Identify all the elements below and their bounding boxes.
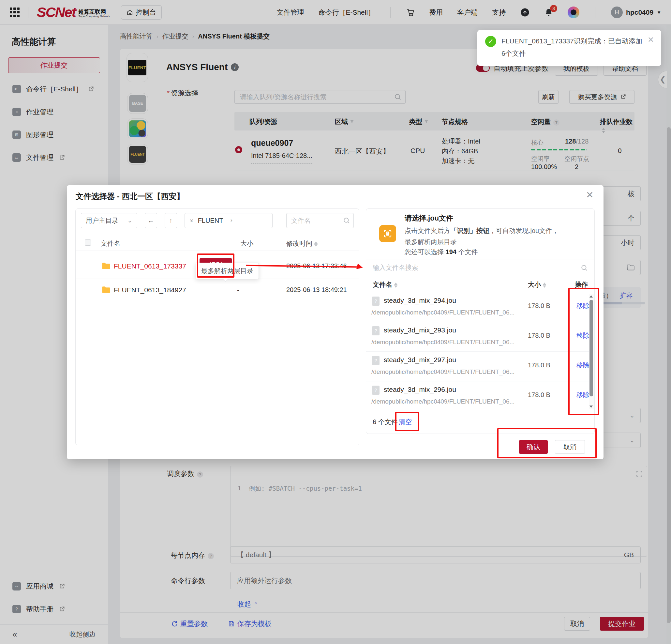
- path-collapse-icon[interactable]: »: [188, 219, 195, 222]
- selected-files-header: 文件名 大小 操作: [366, 276, 594, 292]
- folder-name[interactable]: FLUENT_0613_173337: [114, 262, 186, 270]
- success-check-icon: ✓: [485, 36, 496, 47]
- remove-file-link[interactable]: 移除: [577, 331, 590, 340]
- dialog-close-icon[interactable]: ✕: [586, 190, 593, 200]
- col-size: 大小: [240, 239, 253, 248]
- selected-files-list: ? steady_3d_mix_294.jou /demopublic/home…: [366, 292, 594, 407]
- jou-remaining-line: 您还可以选择 194 个文件: [405, 248, 478, 257]
- success-toast: ✓ FLUENT_0613_173337识别完成：已自动添加 6个文件 ✕: [477, 30, 661, 66]
- browser-toolbar: 用户主目录 ⌄ ← ↑ » FLUENT ⌄: [76, 213, 359, 228]
- file-path: /demopublic/home/hpc0409/FLUENT/FLUENT_0…: [371, 339, 515, 346]
- selected-files-panel: 请选择.jou文件 点击文件夹后方「识别」按钮，可自动发现.jou文件， 最多解…: [366, 209, 595, 434]
- file-path: /demopublic/home/hpc0409/FLUENT/FLUENT_0…: [371, 398, 515, 405]
- path-segment[interactable]: FLUENT: [198, 217, 223, 224]
- scroll-up-icon[interactable]: [590, 295, 593, 298]
- jou-tip-line1: 点击文件夹后方「识别」按钮，可自动发现.jou文件，: [405, 226, 558, 235]
- root-directory-select[interactable]: 用户主目录 ⌄: [81, 213, 137, 228]
- folder-icon: [102, 262, 111, 270]
- file-size: 178.0 B: [528, 391, 550, 399]
- file-icon: ?: [372, 297, 380, 306]
- dialog-cancel-button[interactable]: 取消: [555, 440, 585, 454]
- confirm-button[interactable]: 确认: [519, 440, 548, 454]
- file-size: 178.0 B: [528, 332, 550, 339]
- list-scrollbar[interactable]: [589, 294, 594, 409]
- remove-file-link[interactable]: 移除: [577, 361, 590, 370]
- tooltip-parse-depth: 最多解析两层目录: [195, 263, 259, 279]
- folder-icon: [102, 286, 111, 293]
- selected-files-search-input[interactable]: [373, 264, 581, 271]
- up-button[interactable]: ↑: [165, 213, 177, 228]
- folder-mtime: 2025-06-13 18:49:21: [286, 286, 347, 294]
- toast-message-line1: FLUENT_0613_173337识别完成：已自动添加: [502, 37, 642, 46]
- chevron-right-icon: ⌄: [227, 218, 234, 223]
- sort-icon[interactable]: [543, 283, 546, 288]
- file-icon: ?: [372, 386, 380, 395]
- file-path: /demopublic/home/hpc0409/FLUENT/FLUENT_0…: [371, 368, 515, 375]
- file-path: /demopublic/home/hpc0409/FLUENT/FLUENT_0…: [371, 309, 515, 316]
- toast-close-icon[interactable]: ✕: [647, 35, 654, 45]
- path-breadcrumb: » FLUENT ⌄: [185, 213, 273, 228]
- scroll-down-icon[interactable]: [590, 406, 593, 408]
- chevron-down-icon: ⌄: [127, 217, 132, 224]
- scrollbar-thumb[interactable]: [590, 300, 593, 396]
- col-action: 操作: [575, 280, 588, 289]
- remove-file-link[interactable]: 移除: [577, 391, 590, 399]
- filename-search: [286, 213, 354, 228]
- file-icon: ?: [372, 356, 380, 365]
- folder-mtime: 2025-06-13 17:33:46: [286, 262, 347, 270]
- search-icon[interactable]: [581, 264, 588, 271]
- folder-row-184927[interactable]: FLUENT_0613_184927 - 2025-06-13 18:49:21: [76, 278, 359, 302]
- root-directory-label: 用户主目录: [86, 216, 118, 225]
- file-row: ? steady_3d_mix_296.jou /demopublic/home…: [366, 381, 594, 407]
- file-size: 178.0 B: [528, 302, 550, 310]
- selected-count: 6 个文件: [373, 418, 398, 426]
- folder-size: -: [237, 286, 239, 294]
- sort-icon[interactable]: [314, 242, 318, 247]
- col-size[interactable]: 大小: [528, 280, 546, 289]
- file-name: steady_3d_mix_293.jou: [384, 326, 456, 334]
- jou-tip-section: 请选择.jou文件 点击文件夹后方「识别」按钮，可自动发现.jou文件， 最多解…: [366, 209, 594, 259]
- file-row: ? steady_3d_mix_293.jou /demopublic/home…: [366, 322, 594, 352]
- toast-message-line2: 6个文件: [502, 49, 526, 58]
- file-row: ? steady_3d_mix_294.jou /demopublic/home…: [366, 292, 594, 322]
- page: SCNet 超算互联网 SuperComputing Network 控制台 文…: [0, 0, 671, 644]
- search-icon[interactable]: [343, 217, 350, 224]
- folder-name[interactable]: FLUENT_0613_184927: [114, 286, 186, 294]
- file-icon: ?: [372, 326, 380, 335]
- col-mtime[interactable]: 修改时间: [286, 239, 318, 248]
- sort-icon[interactable]: [394, 283, 397, 288]
- scan-document-icon: [379, 225, 396, 242]
- jou-tip-title: 请选择.jou文件: [405, 213, 453, 223]
- file-selector-dialog: 文件选择器 - 西北一区【西安】 ✕ 用户主目录 ⌄ ← ↑ » FLUENT …: [67, 185, 604, 459]
- jou-tip-line2: 最多解析两层目录: [405, 237, 457, 246]
- file-browser-panel: 用户主目录 ⌄ ← ↑ » FLUENT ⌄ 文件名 大小: [75, 209, 359, 445]
- file-size: 178.0 B: [528, 361, 550, 369]
- file-name: steady_3d_mix_294.jou: [384, 297, 456, 305]
- file-name: steady_3d_mix_297.jou: [384, 356, 456, 364]
- remove-file-link[interactable]: 移除: [577, 301, 590, 310]
- file-name: steady_3d_mix_296.jou: [384, 386, 456, 394]
- selected-files-search: [366, 259, 594, 276]
- col-filename[interactable]: 文件名: [373, 280, 397, 289]
- select-all-checkbox[interactable]: [85, 239, 91, 246]
- col-filename: 文件名: [101, 239, 120, 248]
- clear-all-link[interactable]: 清空: [399, 418, 412, 426]
- file-row: ? steady_3d_mix_297.jou /demopublic/home…: [366, 352, 594, 381]
- back-button[interactable]: ←: [145, 213, 157, 228]
- filename-search-input[interactable]: [287, 217, 343, 224]
- dialog-title: 文件选择器 - 西北一区【西安】: [76, 191, 184, 202]
- browser-table-header: 文件名 大小 修改时间: [76, 235, 359, 251]
